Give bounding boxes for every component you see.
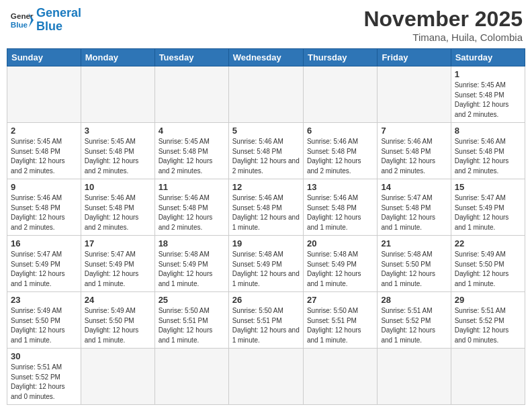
calendar-table: SundayMondayTuesdayWednesdayThursdayFrid… <box>7 48 525 405</box>
calendar-cell: 22Sunrise: 5:49 AM Sunset: 5:50 PM Dayli… <box>451 236 525 292</box>
day-number: 13 <box>307 182 373 192</box>
calendar-cell <box>81 66 154 123</box>
calendar-week-4: 16Sunrise: 5:47 AM Sunset: 5:49 PM Dayli… <box>7 236 525 292</box>
calendar-cell: 25Sunrise: 5:50 AM Sunset: 5:51 PM Dayli… <box>154 292 228 349</box>
day-number: 12 <box>232 182 300 192</box>
calendar-cell: 28Sunrise: 5:51 AM Sunset: 5:52 PM Dayli… <box>378 292 451 349</box>
calendar-cell: 8Sunrise: 5:46 AM Sunset: 5:48 PM Daylig… <box>451 123 525 179</box>
calendar-cell <box>378 66 451 123</box>
calendar-header-row: SundayMondayTuesdayWednesdayThursdayFrid… <box>7 49 525 66</box>
day-info: Sunrise: 5:46 AM Sunset: 5:48 PM Dayligh… <box>232 193 300 232</box>
day-info: Sunrise: 5:51 AM Sunset: 5:52 PM Dayligh… <box>11 363 77 402</box>
logo-text: GeneralBlue <box>36 7 81 34</box>
calendar-cell: 14Sunrise: 5:47 AM Sunset: 5:48 PM Dayli… <box>378 179 451 236</box>
day-number: 23 <box>11 295 77 305</box>
day-number: 6 <box>307 126 373 136</box>
day-number: 14 <box>381 182 447 192</box>
calendar-cell: 10Sunrise: 5:46 AM Sunset: 5:48 PM Dayli… <box>81 179 154 236</box>
day-number: 3 <box>85 126 151 136</box>
day-number: 1 <box>455 69 521 79</box>
day-number: 10 <box>85 182 151 192</box>
day-info: Sunrise: 5:47 AM Sunset: 5:49 PM Dayligh… <box>85 250 151 289</box>
location-subtitle: Timana, Huila, Colombia <box>363 32 523 43</box>
calendar-cell: 2Sunrise: 5:45 AM Sunset: 5:48 PM Daylig… <box>7 123 81 179</box>
calendar-cell: 1Sunrise: 5:45 AM Sunset: 5:48 PM Daylig… <box>451 66 525 123</box>
calendar-cell <box>303 349 377 405</box>
page-header: General Blue GeneralBlue November 2025 T… <box>7 7 525 43</box>
day-info: Sunrise: 5:45 AM Sunset: 5:48 PM Dayligh… <box>11 137 77 176</box>
column-header-thursday: Thursday <box>303 49 377 66</box>
calendar-cell: 12Sunrise: 5:46 AM Sunset: 5:48 PM Dayli… <box>228 179 303 236</box>
calendar-cell: 15Sunrise: 5:47 AM Sunset: 5:49 PM Dayli… <box>451 179 525 236</box>
day-number: 18 <box>159 238 225 248</box>
svg-text:Blue: Blue <box>11 20 28 29</box>
day-info: Sunrise: 5:46 AM Sunset: 5:48 PM Dayligh… <box>455 137 521 176</box>
day-number: 26 <box>232 295 300 305</box>
calendar-cell: 7Sunrise: 5:46 AM Sunset: 5:48 PM Daylig… <box>378 123 451 179</box>
calendar-cell: 13Sunrise: 5:46 AM Sunset: 5:48 PM Dayli… <box>303 179 377 236</box>
calendar-cell: 24Sunrise: 5:49 AM Sunset: 5:50 PM Dayli… <box>81 292 154 349</box>
day-number: 30 <box>11 351 77 361</box>
day-number: 20 <box>307 238 373 248</box>
day-info: Sunrise: 5:50 AM Sunset: 5:51 PM Dayligh… <box>159 306 225 345</box>
column-header-friday: Friday <box>378 49 451 66</box>
day-info: Sunrise: 5:47 AM Sunset: 5:49 PM Dayligh… <box>11 250 77 289</box>
day-number: 15 <box>455 182 521 192</box>
calendar-week-6: 30Sunrise: 5:51 AM Sunset: 5:52 PM Dayli… <box>7 349 525 405</box>
day-number: 22 <box>455 238 521 248</box>
calendar-cell <box>154 349 228 405</box>
day-number: 27 <box>307 295 373 305</box>
title-block: November 2025 Timana, Huila, Colombia <box>363 7 523 43</box>
day-number: 11 <box>159 182 225 192</box>
day-info: Sunrise: 5:46 AM Sunset: 5:48 PM Dayligh… <box>232 137 300 176</box>
day-number: 5 <box>232 126 300 136</box>
day-info: Sunrise: 5:45 AM Sunset: 5:48 PM Dayligh… <box>85 137 151 176</box>
day-info: Sunrise: 5:46 AM Sunset: 5:48 PM Dayligh… <box>307 193 373 232</box>
calendar-week-1: 1Sunrise: 5:45 AM Sunset: 5:48 PM Daylig… <box>7 66 525 123</box>
day-info: Sunrise: 5:45 AM Sunset: 5:48 PM Dayligh… <box>455 81 521 120</box>
day-info: Sunrise: 5:45 AM Sunset: 5:48 PM Dayligh… <box>159 137 225 176</box>
day-number: 29 <box>455 295 521 305</box>
calendar-cell <box>228 349 303 405</box>
logo: General Blue GeneralBlue <box>9 7 81 34</box>
day-number: 21 <box>381 238 447 248</box>
calendar-cell: 9Sunrise: 5:46 AM Sunset: 5:48 PM Daylig… <box>7 179 81 236</box>
day-info: Sunrise: 5:48 AM Sunset: 5:50 PM Dayligh… <box>381 250 447 289</box>
column-header-sunday: Sunday <box>7 49 81 66</box>
day-number: 24 <box>85 295 151 305</box>
day-info: Sunrise: 5:46 AM Sunset: 5:48 PM Dayligh… <box>159 193 225 232</box>
day-info: Sunrise: 5:51 AM Sunset: 5:52 PM Dayligh… <box>455 306 521 345</box>
day-number: 19 <box>232 238 300 248</box>
calendar-cell: 6Sunrise: 5:46 AM Sunset: 5:48 PM Daylig… <box>303 123 377 179</box>
logo-icon: General Blue <box>9 8 34 32</box>
calendar-cell: 18Sunrise: 5:48 AM Sunset: 5:49 PM Dayli… <box>154 236 228 292</box>
day-info: Sunrise: 5:46 AM Sunset: 5:48 PM Dayligh… <box>11 193 77 232</box>
day-info: Sunrise: 5:48 AM Sunset: 5:49 PM Dayligh… <box>307 250 373 289</box>
calendar-cell: 19Sunrise: 5:48 AM Sunset: 5:49 PM Dayli… <box>228 236 303 292</box>
day-number: 8 <box>455 126 521 136</box>
day-number: 4 <box>159 126 225 136</box>
calendar-cell: 23Sunrise: 5:49 AM Sunset: 5:50 PM Dayli… <box>7 292 81 349</box>
day-info: Sunrise: 5:50 AM Sunset: 5:51 PM Dayligh… <box>232 306 300 345</box>
calendar-cell <box>81 349 154 405</box>
calendar-week-3: 9Sunrise: 5:46 AM Sunset: 5:48 PM Daylig… <box>7 179 525 236</box>
calendar-cell <box>303 66 377 123</box>
day-info: Sunrise: 5:46 AM Sunset: 5:48 PM Dayligh… <box>85 193 151 232</box>
day-number: 7 <box>381 126 447 136</box>
calendar-cell <box>378 349 451 405</box>
calendar-cell <box>228 66 303 123</box>
calendar-cell: 17Sunrise: 5:47 AM Sunset: 5:49 PM Dayli… <box>81 236 154 292</box>
calendar-cell: 4Sunrise: 5:45 AM Sunset: 5:48 PM Daylig… <box>154 123 228 179</box>
day-info: Sunrise: 5:48 AM Sunset: 5:49 PM Dayligh… <box>159 250 225 289</box>
calendar-cell: 11Sunrise: 5:46 AM Sunset: 5:48 PM Dayli… <box>154 179 228 236</box>
day-number: 2 <box>11 126 77 136</box>
day-info: Sunrise: 5:49 AM Sunset: 5:50 PM Dayligh… <box>455 250 521 289</box>
calendar-cell: 30Sunrise: 5:51 AM Sunset: 5:52 PM Dayli… <box>7 349 81 405</box>
day-number: 9 <box>11 182 77 192</box>
calendar-cell: 27Sunrise: 5:50 AM Sunset: 5:51 PM Dayli… <box>303 292 377 349</box>
month-title: November 2025 <box>363 7 523 32</box>
calendar-cell <box>451 349 525 405</box>
column-header-monday: Monday <box>81 49 154 66</box>
day-info: Sunrise: 5:47 AM Sunset: 5:49 PM Dayligh… <box>455 193 521 232</box>
column-header-wednesday: Wednesday <box>228 49 303 66</box>
